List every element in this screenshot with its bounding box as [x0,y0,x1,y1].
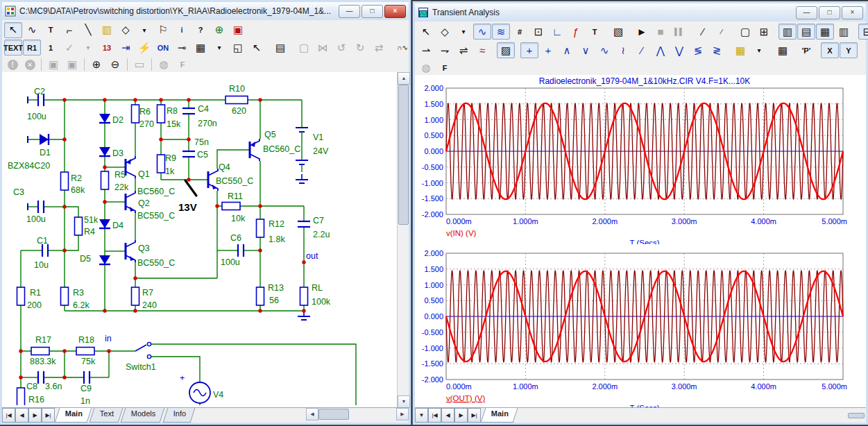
envelope-low-cursor[interactable]: ≶ [689,42,707,58]
resistor-R6[interactable] [132,105,139,123]
grid-fine[interactable]: ▦ [816,24,834,40]
inflection-cursor[interactable]: ∕ [633,42,651,58]
y-scale[interactable]: Y [840,42,858,58]
go-to-y[interactable]: ⇁ [436,42,454,58]
grid-dashed[interactable]: ▥ [835,24,853,40]
p-key[interactable]: 'P' [797,42,815,58]
capacitor-C1[interactable] [42,244,48,257]
valley-cursor[interactable]: ∨ [577,42,595,58]
graphics-dropdown[interactable]: ▾ [135,22,153,38]
schematic-vscrollbar[interactable]: ▲ ▼ [397,72,409,408]
minimize-button[interactable]: — [796,6,817,19]
global-high-cursor[interactable]: ⋀ [652,42,670,58]
design-rule-check[interactable]: ▣ [229,22,247,38]
transient-plot-vout[interactable]: 2.0001.5001.0000.5000.000-0.500-1.000-1.… [415,244,866,408]
grid-dropdown[interactable]: ▾ [210,40,228,56]
diode-D3[interactable] [99,147,110,156]
envelope-high-cursor[interactable]: ≷ [708,42,726,58]
resistor-R12[interactable] [257,219,264,237]
resistor-R4[interactable] [75,217,83,235]
resistor-R7[interactable] [132,287,139,305]
cursor-horizontal[interactable]: + [520,42,538,58]
attribute-text-display[interactable]: R1 [23,40,41,56]
capacitor-C4[interactable] [182,108,195,114]
scope-mode[interactable]: ∿ [473,24,491,40]
legend-vin[interactable]: v(IN) (V) [446,229,477,237]
graphics-shapes[interactable]: ◇ [436,24,454,40]
schematic-tab-text[interactable]: Text [90,408,124,423]
tab-first-button[interactable]: |◀ [428,408,441,423]
tag-horizontal[interactable]: ∕ [694,24,712,40]
run-button[interactable]: ► [633,24,651,40]
component-mode[interactable]: ∿ [23,22,41,38]
select-tool[interactable]: ↖ [4,22,22,38]
resistor-R5[interactable] [101,171,109,189]
resistor-R16[interactable] [17,388,25,405]
vscroll-thumb[interactable] [398,85,409,225]
scroll-right-button[interactable]: ▶ [396,408,409,420]
resistor-R17[interactable] [31,348,49,355]
cursor-vertical[interactable]: + [539,42,557,58]
schematic-window-titlebar[interactable]: C:\MC9\DATA\Petrov\switching distortion\… [2,2,409,21]
resistor-R3[interactable] [61,287,69,305]
numeric-output[interactable]: ▦ [774,42,792,58]
schematic-tab-main[interactable]: Main [55,408,92,423]
tab-last-button[interactable]: ▶| [42,408,55,423]
schematic-hscrollbar[interactable]: ◀ ▶ [306,408,409,420]
capacitor-C3[interactable] [38,201,44,213]
capacitor-C6[interactable] [238,244,244,257]
attribute-dialog[interactable]: ▤ [271,40,289,56]
scroll-left-button[interactable]: ◀ [306,408,318,420]
resistor-R8[interactable] [158,105,165,123]
tab-prev-button[interactable]: ◀ [441,408,454,423]
info-mode[interactable]: i [173,22,191,38]
resistor-R2[interactable] [61,172,69,190]
data-points[interactable]: ⊞ [755,24,773,40]
transient-window-titlebar[interactable]: Transient Analysis — □ × [415,3,866,22]
go-to-x[interactable]: ⇀ [417,42,435,58]
border-display[interactable]: ◱ [229,40,247,56]
global-low-cursor[interactable]: ⋁ [670,42,688,58]
zoom-out[interactable]: ⊖ [106,57,124,73]
resistor-R9[interactable] [158,155,165,173]
scroll-up-button[interactable]: ▲ [398,72,410,85]
resistor-R13[interactable] [257,287,264,305]
split-plots[interactable]: ⊟ [858,24,868,40]
resistor-R1[interactable] [17,287,25,305]
condition-display[interactable]: ON [154,40,172,56]
source-V4[interactable] [189,382,210,403]
schematic-tab-info[interactable]: Info [162,408,195,423]
zoom-in[interactable]: ⊕ [863,42,868,58]
transistor-Q3[interactable] [126,240,135,262]
capacitor-C7[interactable] [298,221,310,227]
tab-next-button[interactable]: ▶ [454,408,468,423]
select-tool[interactable]: ↖ [417,24,435,40]
haul-plots[interactable]: # [511,24,529,40]
select-region[interactable]: ▢ [736,24,754,40]
switch-Switch1[interactable] [135,342,151,358]
hscroll-thumb[interactable] [848,413,865,418]
legend-vout[interactable]: v(OUT) (V) [446,394,485,402]
dc-annotation-display[interactable]: 13 [98,40,116,56]
flag-mode[interactable]: ⚐ [154,22,172,38]
peak-cursor[interactable]: ∧ [558,42,576,58]
capacitor-C9[interactable] [84,371,90,384]
schematic-canvas-area[interactable]: C2100uD1BZX84C20R268kC3100uC110uR1200R36… [2,72,398,408]
animate-options[interactable]: ▨ [497,42,515,58]
properties[interactable]: ▧ [609,24,627,40]
close-button[interactable]: × [384,5,406,18]
transient-plot-vin[interactable]: Radioelectronik_1979-04M_1&10kHz.CIR V4.… [415,75,866,244]
graphics-dropdown[interactable]: ▾ [454,24,473,40]
resistor-R18[interactable] [76,348,94,355]
help-mode[interactable]: ? [192,22,210,38]
local-min-cursor[interactable]: ≀ [614,42,632,58]
capacitor-C5[interactable] [182,151,195,157]
text-mode[interactable]: T [42,22,60,38]
power-display[interactable]: ⚡ [135,40,153,56]
schematic-canvas[interactable]: C2100uD1BZX84C20R268kC3100uC110uR1200R36… [3,74,398,405]
function-tag[interactable]: ƒ [567,24,585,40]
grid-vertical[interactable]: ▥ [778,24,797,40]
scroll-down-button[interactable]: ▼ [398,395,410,408]
font-tool[interactable]: F [436,60,454,76]
x-scale[interactable]: X [821,42,839,58]
